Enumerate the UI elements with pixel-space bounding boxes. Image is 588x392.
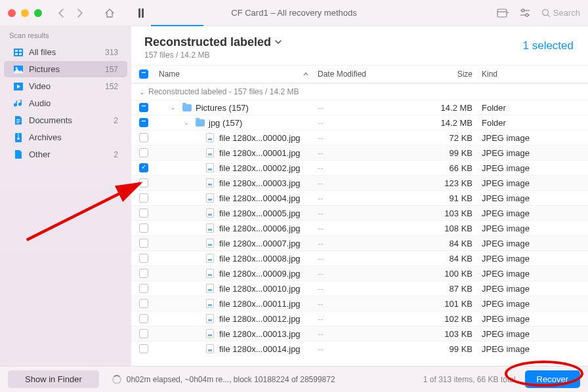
file-date: --	[318, 163, 416, 173]
file-list[interactable]: ⌄ Reconstructed labeled - 157 files / 14…	[131, 83, 588, 366]
sidebar-item-audio[interactable]: Audio	[4, 95, 127, 111]
sidebar: Scan results All files 313 Pictures 157 …	[0, 26, 131, 366]
file-checkbox[interactable]	[139, 254, 148, 263]
folder-row[interactable]: ⌄ jpg (157) -- 14.2 MB Folder	[131, 115, 588, 130]
expand-icon: ⌄	[139, 88, 144, 96]
file-checkbox[interactable]	[139, 193, 148, 203]
column-name-header[interactable]: Name	[159, 69, 318, 79]
folder-icon	[182, 104, 192, 111]
group-label: Reconstructed labeled - 157 files / 14.2…	[148, 87, 299, 96]
select-all-checkbox[interactable]	[139, 69, 148, 79]
column-kind-header[interactable]: Kind	[482, 69, 580, 79]
file-size: 100 KB	[416, 269, 482, 279]
column-size-header[interactable]: Size	[416, 69, 482, 79]
file-row[interactable]: file 1280x...00010.jpg -- 87 KB JPEG ima…	[131, 281, 588, 296]
sidebar-item-pictures[interactable]: Pictures 157	[4, 61, 127, 77]
file-kind: JPEG image	[482, 208, 580, 218]
minimize-window-button[interactable]	[21, 9, 29, 17]
folder-row[interactable]: ⌄ Pictures (157) -- 14.2 MB Folder	[131, 100, 588, 115]
close-window-button[interactable]	[8, 9, 16, 17]
sidebar-item-archives[interactable]: Archives	[4, 129, 127, 146]
file-date: --	[318, 254, 416, 264]
folder-checkbox[interactable]	[139, 118, 148, 127]
folder-icon	[196, 119, 205, 127]
svg-rect-0	[497, 9, 507, 17]
window-controls	[8, 9, 42, 17]
column-date-header[interactable]: Date Modified	[318, 69, 416, 79]
file-checkbox[interactable]	[139, 239, 148, 248]
file-row[interactable]: file 1280x...00009.jpg -- 100 KB JPEG im…	[131, 265, 588, 281]
file-checkbox[interactable]	[139, 344, 148, 353]
file-row[interactable]: file 1280x...00006.jpg -- 108 KB JPEG im…	[131, 220, 588, 235]
sidebar-item-other[interactable]: Other 2	[4, 146, 127, 163]
file-checkbox[interactable]	[139, 314, 148, 323]
file-kind: JPEG image	[482, 329, 580, 339]
file-checkbox[interactable]	[139, 163, 148, 172]
filter-settings-button[interactable]	[519, 7, 531, 19]
file-row[interactable]: file 1280x...00005.jpg -- 103 KB JPEG im…	[131, 205, 588, 220]
file-row[interactable]: file 1280x...00013.jpg -- 103 KB JPEG im…	[131, 326, 588, 341]
file-checkbox[interactable]	[139, 329, 148, 338]
sidebar-item-documents[interactable]: Documents 2	[4, 112, 127, 128]
file-kind: JPEG image	[482, 193, 580, 203]
group-row[interactable]: ⌄ Reconstructed labeled - 157 files / 14…	[131, 83, 588, 100]
recover-button[interactable]: Recover	[525, 370, 580, 388]
expand-icon[interactable]: ⌄	[171, 104, 176, 111]
file-name: file 1280x...00000.jpg	[219, 133, 301, 143]
folder-kind: Folder	[482, 118, 580, 128]
file-checkbox[interactable]	[139, 208, 148, 218]
file-size: 66 KB	[416, 163, 482, 173]
file-date: --	[318, 344, 416, 354]
file-row[interactable]: file 1280x...00000.jpg -- 72 KB JPEG ima…	[131, 130, 588, 145]
file-kind: JPEG image	[482, 299, 580, 309]
file-kind: JPEG image	[482, 178, 580, 188]
file-row[interactable]: file 1280x...00001.jpg -- 99 KB JPEG ima…	[131, 145, 588, 160]
file-checkbox[interactable]	[139, 224, 148, 233]
search-box[interactable]: Search	[541, 8, 580, 18]
file-row[interactable]: file 1280x...00014.jpg -- 99 KB JPEG ima…	[131, 341, 588, 356]
file-name: file 1280x...00008.jpg	[219, 254, 301, 264]
file-name: file 1280x...00005.jpg	[219, 208, 301, 218]
file-size: 103 KB	[416, 208, 482, 218]
show-in-finder-button[interactable]: Show in Finder	[8, 370, 99, 388]
file-checkbox[interactable]	[139, 269, 148, 278]
content-title-text: Reconstructed labeled	[144, 35, 271, 49]
file-kind: JPEG image	[482, 254, 580, 264]
folder-checkbox[interactable]	[139, 103, 148, 112]
jpeg-file-icon	[206, 254, 214, 263]
svg-rect-8	[14, 49, 23, 56]
file-row[interactable]: file 1280x...00002.jpg -- 66 KB JPEG ima…	[131, 160, 588, 175]
file-checkbox[interactable]	[139, 133, 148, 142]
file-row[interactable]: file 1280x...00004.jpg -- 91 KB JPEG ima…	[131, 190, 588, 205]
file-row[interactable]: file 1280x...00012.jpg -- 102 KB JPEG im…	[131, 311, 588, 326]
jpeg-file-icon	[206, 314, 214, 323]
titlebar: CF Card1 – All recovery methods Search	[0, 0, 588, 26]
file-checkbox[interactable]	[139, 299, 148, 308]
file-checkbox[interactable]	[139, 148, 148, 157]
file-row[interactable]: file 1280x...00007.jpg -- 84 KB JPEG ima…	[131, 235, 588, 250]
file-checkbox[interactable]	[139, 284, 148, 293]
file-row[interactable]: file 1280x...00003.jpg -- 123 KB JPEG im…	[131, 175, 588, 190]
file-size: 103 KB	[416, 329, 482, 339]
maximize-window-button[interactable]	[34, 9, 42, 17]
expand-icon[interactable]: ⌄	[184, 119, 189, 126]
sidebar-item-video[interactable]: Video 152	[4, 78, 127, 94]
svg-rect-21	[18, 135, 19, 136]
file-name: file 1280x...00012.jpg	[219, 314, 301, 324]
jpeg-file-icon	[206, 133, 214, 142]
file-row[interactable]: file 1280x...00011.jpg -- 101 KB JPEG im…	[131, 296, 588, 311]
svg-rect-11	[15, 53, 18, 55]
home-button[interactable]	[104, 7, 116, 19]
file-checkbox[interactable]	[139, 178, 148, 187]
back-button[interactable]	[55, 7, 67, 19]
calendar-view-button[interactable]	[497, 7, 509, 19]
svg-rect-10	[19, 50, 22, 52]
audio-icon	[13, 99, 24, 108]
sidebar-item-all-files[interactable]: All files 313	[4, 44, 127, 60]
content-title[interactable]: Reconstructed labeled	[144, 35, 575, 49]
pause-button[interactable]	[135, 7, 147, 19]
file-row[interactable]: file 1280x...00008.jpg -- 84 KB JPEG ima…	[131, 250, 588, 265]
file-name: file 1280x...00007.jpg	[219, 239, 301, 248]
scan-status-text: 0h02m elapsed, ~0h04m re..., block 10188…	[127, 375, 414, 384]
forward-button[interactable]	[74, 7, 85, 19]
